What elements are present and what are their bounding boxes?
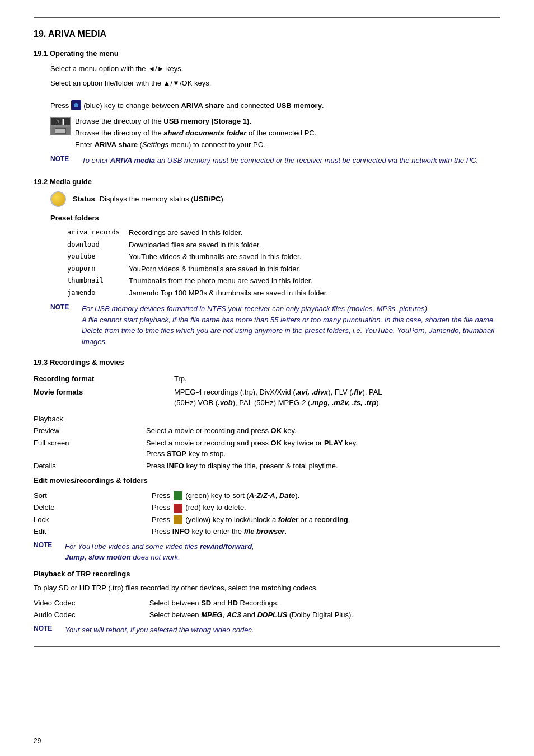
video-codec-value: Select between SD and HD Recordings. xyxy=(149,597,500,609)
storage-text-block: Browse the directory of the USB memory (… xyxy=(75,116,316,151)
folder-name: ariva_records xyxy=(67,227,129,239)
edit-label2: Edit xyxy=(34,525,152,538)
fullscreen-value: Select a movie or recording and press OK… xyxy=(146,437,500,460)
audio-codec-label: Audio Codec xyxy=(34,609,149,621)
folder-name: thumbnail xyxy=(67,275,129,287)
status-icon xyxy=(50,191,66,207)
lock-row: Lock Press (yellow) key to lock/unlock a… xyxy=(34,514,500,526)
edit-row: Edit Press INFO key to enter the file br… xyxy=(34,525,500,538)
status-row: Status Displays the memory status (USB/P… xyxy=(50,191,500,207)
slot2 xyxy=(50,126,71,135)
section-19-1-title: 19.1 Operating the menu xyxy=(34,49,500,58)
preset-folder-row: youpornYouPorn videos & thumbnails are s… xyxy=(67,263,328,275)
press-blue-row: Press (blue) key to change between ARIVA… xyxy=(50,100,500,110)
status-label: Status xyxy=(73,195,95,203)
shard-docs-folder: shard documents folder xyxy=(163,129,246,137)
delete-value: Press (red) key to delete. xyxy=(152,501,500,514)
slot2-inner xyxy=(55,128,66,134)
note-text-19-2: For USB memory devices formatted in NTFS… xyxy=(82,303,500,347)
playback-label: Playback xyxy=(34,413,146,425)
details-row: Details Press INFO key to display the ti… xyxy=(34,460,500,472)
sort-row: Sort Press (green) key to sort (A-Z/Z-A,… xyxy=(34,490,500,502)
preset-folder-row: youtubeYouTube videos & thumbnails are s… xyxy=(67,251,328,263)
section-19-1: 19.1 Operating the menu Select a menu op… xyxy=(34,49,500,166)
preview-value: Select a movie or recording and press OK… xyxy=(146,425,500,437)
yellow-button-icon xyxy=(174,515,182,524)
recording-format-row: Recording format Trp. xyxy=(34,372,500,386)
audio-codec-value: Select between MPEG, AC3 and DDPLUS (Dol… xyxy=(149,609,500,621)
storage-line3: Enter ARIVA share (Settings menu) to con… xyxy=(75,139,316,151)
trp-table: Video Codec Select between SD and HD Rec… xyxy=(34,597,500,621)
storage-icons-row: 1 ▐ Browse the directory of the USB memo… xyxy=(50,116,500,151)
section-19-title: 19. ARIVA MEDIA xyxy=(34,29,500,39)
section-19-3: 19.3 Recordings & movies Recording forma… xyxy=(34,358,500,635)
folder-desc: YouTube videos & thumbnails are saved in… xyxy=(129,251,328,263)
trp-line1: To play SD or HD TRP (.trp) files record… xyxy=(34,583,500,594)
preset-folders-body: ariva_recordsRecordings are saved in thi… xyxy=(67,227,328,299)
edit-label: Edit movies/recordings & folders xyxy=(34,475,500,486)
recording-format-value: Trp. xyxy=(174,372,500,386)
preset-folder-row: ariva_recordsRecordings are saved in thi… xyxy=(67,227,328,239)
edit-tbody: Sort Press (green) key to sort (A-Z/Z-A,… xyxy=(34,490,500,538)
note-label-19-2: NOTE xyxy=(50,303,78,311)
folder-name: download xyxy=(67,239,129,251)
slot1: 1 ▐ xyxy=(50,117,71,126)
storage-line1: Browse the directory of the USB memory (… xyxy=(75,116,316,128)
section-19-2-title: 19.2 Media guide xyxy=(34,177,500,186)
recordings-table: Recording format Trp. Movie formats MPEG… xyxy=(34,372,500,410)
section-19-1-body: Select a menu option with the ◄/► keys. … xyxy=(50,63,500,88)
trp-tbody: Video Codec Select between SD and HD Rec… xyxy=(34,597,500,621)
note-label-19-3b: NOTE xyxy=(34,624,62,632)
recording-format-label: Recording format xyxy=(34,372,174,386)
folder-desc: Thumbnails from the photo menu are saved… xyxy=(129,275,328,287)
green-button-icon xyxy=(174,491,182,500)
preset-folders-title: Preset folders xyxy=(50,213,500,224)
preset-folder-row: downloadDownloaded files are saved in th… xyxy=(67,239,328,251)
ariva-share-label: ARIVA share xyxy=(181,101,224,110)
edit-value: Press INFO key to enter the file browser… xyxy=(152,525,500,538)
folder-name: jamendo xyxy=(67,287,129,299)
ariva-share-settings: ARIVA share xyxy=(95,140,138,149)
folder-desc: Jamendo Top 100 MP3s & thumbnails are sa… xyxy=(129,287,328,299)
video-codec-label: Video Codec xyxy=(34,597,149,609)
audio-codec-row: Audio Codec Select between MPEG, AC3 and… xyxy=(34,609,500,621)
folder-desc: Downloaded files are saved in this folde… xyxy=(129,239,328,251)
details-value: Press INFO key to display the title, pre… xyxy=(146,460,500,472)
folder-name: youtube xyxy=(67,251,129,263)
preset-folder-row: jamendoJamendo Top 100 MP3s & thumbnails… xyxy=(67,287,328,299)
movie-formats-label: Movie formats xyxy=(34,386,174,410)
preset-folder-row: thumbnailThumbnails from the photo menu … xyxy=(67,275,328,287)
preview-row: Preview Select a movie or recording and … xyxy=(34,425,500,437)
delete-label: Delete xyxy=(34,501,152,514)
folder-desc: Recordings are saved in this folder. xyxy=(129,227,328,239)
note-text-19-1: To enter ARIVA media an USB memory must … xyxy=(82,155,500,166)
movie-formats-row: Movie formats MPEG-4 recordings (.trp), … xyxy=(34,386,500,410)
note-19-1: NOTE To enter ARIVA media an USB memory … xyxy=(50,155,500,166)
trp-title: Playback of TRP recordings xyxy=(34,569,500,580)
lock-value: Press (yellow) key to lock/unlock a fold… xyxy=(152,514,500,526)
playback-row: Playback xyxy=(34,413,500,425)
delete-row: Delete Press (red) key to delete. xyxy=(34,501,500,514)
page: 19. ARIVA MEDIA 19.1 Operating the menu … xyxy=(0,0,534,756)
note-19-3b: NOTE Your set will reboot, if you select… xyxy=(34,624,500,636)
preset-folders-table: ariva_recordsRecordings are saved in thi… xyxy=(67,227,328,299)
fullscreen-row: Full screen Select a movie or recording … xyxy=(34,437,500,460)
red-button-icon xyxy=(174,504,182,513)
section-19-2: 19.2 Media guide Status Displays the mem… xyxy=(34,177,500,348)
status-desc: Displays the memory status (USB/PC). xyxy=(100,195,226,203)
playback-table: Playback Preview Select a movie or recor… xyxy=(34,413,500,472)
usb-memory-label: USB memory xyxy=(276,101,322,110)
playback-value xyxy=(146,413,500,425)
sort-value: Press (green) key to sort (A-Z/Z-A, Date… xyxy=(152,490,500,502)
bottom-rule xyxy=(34,646,500,647)
note-19-3: NOTE For YouTube videos and some video f… xyxy=(34,541,500,563)
folder-desc: YouPorn videos & thumbnails are saved in… xyxy=(129,263,328,275)
usb-pc-bold: USB/PC xyxy=(193,195,221,203)
note-text-19-3: For YouTube videos and some video files … xyxy=(65,541,500,563)
usb-memory-storage: USB memory (Storage 1). xyxy=(163,117,251,125)
nav-line-1: Select a menu option with the ◄/► keys. xyxy=(50,63,500,74)
note-label-19-1: NOTE xyxy=(50,155,78,163)
edit-table: Sort Press (green) key to sort (A-Z/Z-A,… xyxy=(34,490,500,538)
top-rule xyxy=(34,17,500,18)
preset-folders-section: Preset folders ariva_recordsRecordings a… xyxy=(50,213,500,348)
